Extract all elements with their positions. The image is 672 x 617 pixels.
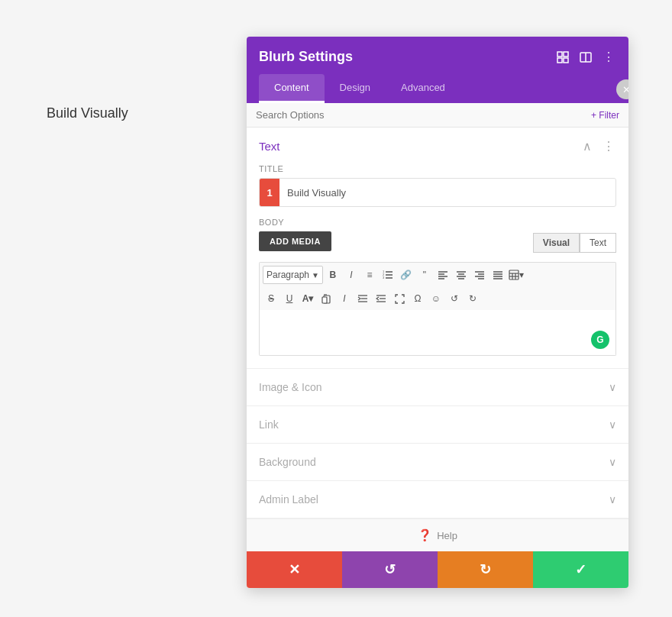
image-icon-title: Image & Icon	[259, 381, 322, 393]
filter-button[interactable]: + Filter	[591, 110, 619, 121]
text-section-icons: ∧ ⋮	[580, 138, 616, 153]
help-label: Help	[437, 530, 457, 541]
title-field-label: Title	[259, 164, 616, 173]
ordered-list-button[interactable]: 1 2 3	[380, 267, 396, 283]
panel-header: Blurb Settings ⋮	[247, 37, 628, 103]
fullscreen-icon[interactable]	[555, 50, 570, 65]
background-title: Background	[259, 456, 316, 468]
image-icon-section: Image & Icon ∨	[247, 369, 628, 406]
text-section: Text ∧ ⋮ Title 1 Body ADD MEDIA	[247, 128, 628, 369]
text-section-more-icon[interactable]: ⋮	[601, 138, 616, 153]
link-button[interactable]: 🔗	[398, 267, 415, 283]
paragraph-label: Paragraph	[267, 270, 309, 280]
background-chevron: ∨	[609, 456, 616, 468]
add-media-button[interactable]: ADD MEDIA	[259, 231, 331, 251]
text-section-collapse-icon[interactable]: ∧	[580, 138, 595, 153]
paste-button[interactable]	[318, 290, 334, 307]
blockquote-button[interactable]: "	[416, 267, 433, 283]
table-button[interactable]: ▾	[508, 267, 525, 283]
text-button[interactable]: Text	[580, 233, 616, 253]
italic-button[interactable]: I	[343, 267, 360, 283]
tab-content[interactable]: Content	[259, 74, 325, 103]
text-section-title: Text	[259, 140, 280, 153]
panel-title: Blurb Settings	[259, 49, 353, 65]
paragraph-select[interactable]: Paragraph ▼	[263, 266, 323, 284]
title-input-row: 1	[259, 178, 616, 207]
svg-rect-34	[322, 297, 327, 303]
build-visually-label: Build Visually	[47, 105, 128, 121]
visual-button[interactable]: Visual	[533, 233, 580, 253]
underline-button[interactable]: U	[281, 290, 298, 307]
cancel-button[interactable]: ✕	[247, 551, 342, 588]
link-section: Link ∨	[247, 406, 628, 444]
align-right-button[interactable]	[471, 267, 488, 283]
outdent-button[interactable]	[373, 290, 389, 307]
tab-advanced[interactable]: Advanced	[386, 74, 460, 103]
tab-design[interactable]: Design	[325, 74, 386, 103]
editor-toolbar-row1: Paragraph ▼ B I ≡ 1 2 3	[259, 262, 616, 287]
emoji-button[interactable]: ☺	[428, 290, 444, 307]
unordered-list-button[interactable]: ≡	[361, 267, 378, 283]
align-center-button[interactable]	[453, 267, 470, 283]
help-icon: ❓	[418, 528, 432, 542]
title-input[interactable]	[279, 181, 615, 205]
editor-area[interactable]: G	[259, 310, 616, 356]
undo-button[interactable]: ↺	[342, 551, 438, 588]
text-section-body: Title 1 Body ADD MEDIA Visual Text	[247, 164, 628, 368]
bold-button[interactable]: B	[325, 267, 341, 283]
editor-toolbar-row2: S U A▾ I Ω	[259, 287, 616, 310]
justify-button[interactable]	[489, 267, 506, 283]
panel-tabs: Content Design Advanced	[259, 74, 616, 103]
text-color-button[interactable]: A▾	[299, 290, 316, 307]
svg-text:3: 3	[383, 276, 385, 279]
link-chevron: ∨	[609, 418, 616, 431]
image-icon-chevron: ∨	[609, 381, 616, 393]
svg-rect-28	[509, 270, 519, 279]
more-options-icon[interactable]: ⋮	[601, 50, 616, 65]
admin-label-section: Admin Label ∨	[247, 481, 628, 518]
panel-title-icons: ⋮	[555, 50, 616, 65]
split-view-icon[interactable]	[578, 50, 593, 65]
search-input[interactable]	[256, 109, 591, 121]
background-header[interactable]: Background ∨	[247, 444, 628, 480]
indent-button[interactable]	[354, 290, 371, 307]
svg-rect-1	[564, 52, 568, 57]
paragraph-chevron: ▼	[312, 271, 319, 279]
action-bar: ✕ ↺ ↻ ✓	[247, 551, 628, 588]
italic2-button[interactable]: I	[336, 290, 353, 307]
undo-editor-button[interactable]: ↺	[446, 290, 463, 307]
admin-label-chevron: ∨	[609, 493, 616, 506]
link-title: Link	[259, 418, 279, 431]
align-left-button[interactable]	[435, 267, 451, 283]
svg-rect-0	[557, 52, 562, 57]
admin-label-title: Admin Label	[259, 493, 318, 506]
redo-editor-button[interactable]: ↻	[464, 290, 481, 307]
blurb-settings-panel: ✕ Blurb Settings	[247, 37, 628, 588]
visual-text-toggle: Visual Text	[533, 233, 616, 253]
grammarly-icon: G	[591, 331, 609, 349]
text-section-header[interactable]: Text ∧ ⋮	[247, 128, 628, 164]
link-header[interactable]: Link ∨	[247, 406, 628, 443]
admin-label-header[interactable]: Admin Label ∨	[247, 481, 628, 518]
image-icon-header[interactable]: Image & Icon ∨	[247, 369, 628, 405]
background-section: Background ∨	[247, 444, 628, 481]
strikethrough-button[interactable]: S	[263, 290, 279, 307]
help-bar: ❓ Help	[247, 518, 628, 551]
redo-button[interactable]: ↻	[438, 551, 533, 588]
title-badge: 1	[260, 179, 279, 206]
search-bar: + Filter	[247, 103, 628, 128]
body-top-row: ADD MEDIA Visual Text	[259, 231, 616, 257]
omega-button[interactable]: Ω	[409, 290, 426, 307]
svg-rect-3	[564, 58, 568, 63]
fullscreen2-button[interactable]	[391, 290, 408, 307]
svg-rect-2	[557, 58, 562, 63]
body-field-label: Body	[259, 218, 616, 227]
save-button[interactable]: ✓	[533, 551, 628, 588]
panel-content: Text ∧ ⋮ Title 1 Body ADD MEDIA	[247, 128, 628, 551]
